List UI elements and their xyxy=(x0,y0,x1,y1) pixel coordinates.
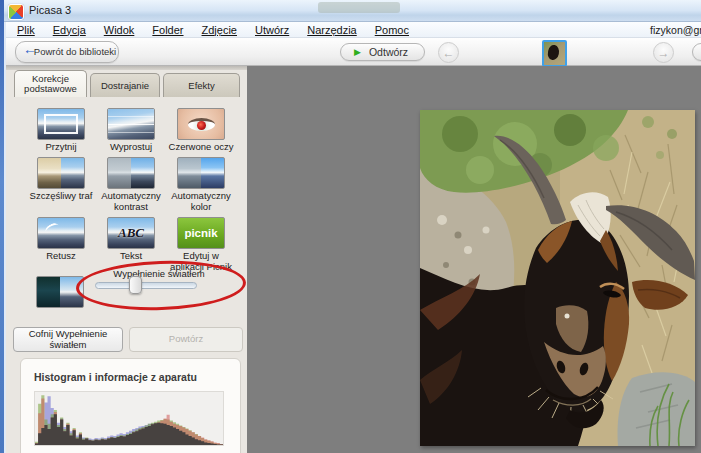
tool-lucky[interactable]: Szczęśliwy traf xyxy=(26,157,96,212)
tool-label: Szczęśliwy traf xyxy=(30,191,93,202)
menu-item-edycja[interactable]: Edycja xyxy=(44,24,95,36)
fill-light-label: Wypełnienie światłem xyxy=(78,268,240,279)
lucky-icon xyxy=(37,157,85,189)
tab-effects[interactable]: Efekty xyxy=(163,73,240,97)
menu-item-pomoc[interactable]: Pomoc xyxy=(366,24,418,36)
back-button-label: Powrót do biblioteki xyxy=(34,47,116,57)
tool-picnik[interactable]: picnik Edytuj w aplikacji Picnik xyxy=(166,217,236,272)
fill-light-slider-track[interactable] xyxy=(95,282,197,289)
menu-item-widok[interactable]: Widok xyxy=(95,24,144,36)
redo-button-label: Powtórz xyxy=(169,334,203,345)
tool-label: Czerwone oczy xyxy=(169,142,234,153)
tools-row-3: Retusz ABC Tekst picnik Edytuj w aplikac… xyxy=(26,217,236,272)
photo-canvas[interactable] xyxy=(247,66,701,453)
straighten-icon xyxy=(107,108,155,140)
text-icon: ABC xyxy=(107,217,155,249)
photo-goat[interactable] xyxy=(420,110,695,446)
tab-label: Efekty xyxy=(188,81,214,91)
tool-label: Tekst xyxy=(120,251,142,262)
tool-label: Wyprostuj xyxy=(110,142,152,153)
red-eye-icon xyxy=(177,108,225,140)
tools-row-2: Szczęśliwy traf Automatyczny kontrast Au… xyxy=(26,157,236,212)
previous-photo-button[interactable]: ← xyxy=(438,42,459,63)
back-to-library-button[interactable]: ← Powrót do biblioteki xyxy=(15,41,119,63)
window-border-left xyxy=(0,0,4,453)
toolbar-partial-button[interactable] xyxy=(692,43,701,61)
menu-item-folder[interactable]: Folder xyxy=(143,24,192,36)
text-icon-sample: ABC xyxy=(108,225,154,241)
retouch-icon xyxy=(37,217,85,249)
tool-auto-color[interactable]: Automatyczny kolor xyxy=(166,157,236,212)
tool-red-eye[interactable]: Czerwone oczy xyxy=(166,108,236,153)
tab-label: Korekcje podstawowe xyxy=(15,74,86,94)
tool-label: Automatyczny kontrast xyxy=(96,191,166,212)
title-bar[interactable]: Picasa 3 xyxy=(0,0,701,22)
tool-retouch[interactable]: Retusz xyxy=(26,217,96,272)
histogram-panel: Histogram i informacje z aparatu xyxy=(20,358,241,453)
auto-color-icon xyxy=(177,157,225,189)
menu-item-utworz[interactable]: Utwórz xyxy=(246,24,298,36)
fill-light-preview-icon[interactable] xyxy=(36,276,84,308)
tool-label: Retusz xyxy=(46,251,76,262)
tab-tuning[interactable]: Dostrajanie xyxy=(90,73,160,97)
menu-item-narzedzia[interactable]: Narzędzia xyxy=(298,24,366,36)
picnik-logo-text: picnik xyxy=(178,227,224,239)
play-button-label: Odtwórz xyxy=(369,46,408,58)
window-title: Picasa 3 xyxy=(29,4,71,16)
histogram-chart xyxy=(35,392,223,445)
undo-button-label: Cofnij Wypełnienie światłem xyxy=(14,329,122,350)
tool-label: Przytnij xyxy=(45,142,76,153)
tool-straighten[interactable]: Wyprostuj xyxy=(96,108,166,153)
auto-contrast-icon xyxy=(107,157,155,189)
account-label: fizykon@gm xyxy=(650,24,701,36)
tab-basic-fixes[interactable]: Korekcje podstawowe xyxy=(14,70,87,97)
titlebar-reflection xyxy=(318,2,400,13)
next-photo-button[interactable]: → xyxy=(653,42,674,63)
picasa-window: Picasa 3 Plik Edycja Widok Folder Zdjęci… xyxy=(0,0,701,453)
menu-item-zdjecie[interactable]: Zdjęcie xyxy=(193,24,246,36)
redo-button[interactable]: Powtórz xyxy=(129,327,243,352)
tab-label: Dostrajanie xyxy=(101,81,149,91)
undo-fill-light-button[interactable]: Cofnij Wypełnienie światłem xyxy=(13,327,123,352)
crop-icon xyxy=(37,108,85,140)
play-icon: ▶ xyxy=(354,44,361,61)
play-button[interactable]: ▶ Odtwórz xyxy=(340,43,425,61)
menu-bar: Plik Edycja Widok Folder Zdjęcie Utwórz … xyxy=(4,22,701,38)
menu-item-plik[interactable]: Plik xyxy=(8,24,44,36)
tool-crop[interactable]: Przytnij xyxy=(26,108,96,153)
picasa-logo-icon xyxy=(8,4,24,20)
tool-auto-contrast[interactable]: Automatyczny kontrast xyxy=(96,157,166,212)
picnik-icon: picnik xyxy=(177,217,225,249)
histogram-plot xyxy=(34,391,224,446)
tool-text[interactable]: ABC Tekst xyxy=(96,217,166,272)
back-arrow-icon: ← xyxy=(23,44,37,54)
edit-panel: Korekcje podstawowe Dostrajanie Efekty P… xyxy=(4,66,247,453)
window-border-inner xyxy=(4,22,6,453)
toolbar: ← Powrót do biblioteki ▶ Odtwórz ← → xyxy=(4,38,701,66)
tools-row-1: Przytnij Wyprostuj Czerwone oczy xyxy=(26,108,236,153)
fill-light-slider-thumb[interactable] xyxy=(129,276,142,294)
current-photo-thumbnail[interactable] xyxy=(542,40,567,67)
tool-label: Automatyczny kolor xyxy=(166,191,236,212)
histogram-title: Histogram i informacje z aparatu xyxy=(34,371,197,383)
